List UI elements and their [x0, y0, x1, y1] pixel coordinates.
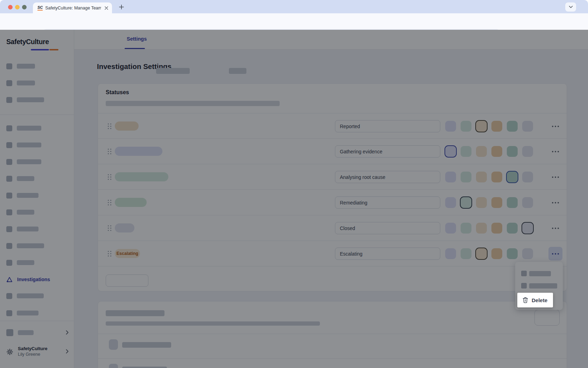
delete-menu-item[interactable]: Delete	[517, 293, 553, 307]
tab-search-button[interactable]	[565, 2, 576, 12]
close-window-button[interactable]	[8, 5, 13, 9]
trash-icon	[523, 297, 528, 303]
tab-close-icon[interactable]	[104, 6, 108, 10]
tab-strip: SC SafetyCulture: Manage Teams and…	[0, 0, 588, 13]
browser-toolbar: https://app.safetyculture.com/investigat…	[0, 13, 588, 30]
delete-label: Delete	[532, 297, 547, 303]
tab-title: SafetyCulture: Manage Teams and…	[45, 6, 101, 11]
minimize-window-button[interactable]	[15, 5, 20, 9]
traffic-lights	[8, 5, 27, 9]
browser-tab[interactable]: SC SafetyCulture: Manage Teams and…	[33, 2, 112, 13]
maximize-window-button[interactable]	[22, 5, 27, 9]
dim-overlay	[0, 30, 588, 368]
browser-window: SC SafetyCulture: Manage Teams and… http…	[0, 0, 588, 368]
safetyculture-favicon: SC	[37, 6, 43, 11]
new-tab-button[interactable]	[118, 3, 125, 11]
